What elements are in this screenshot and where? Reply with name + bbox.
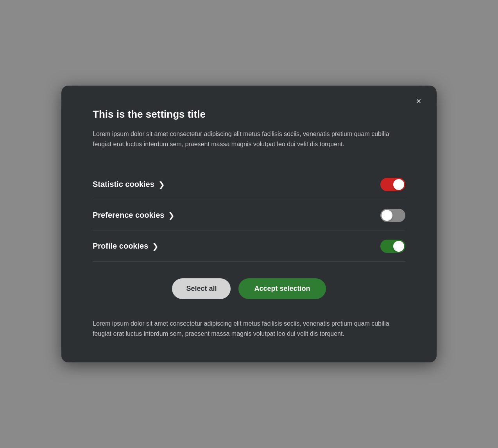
- modal-dialog: × This is the settings title Lorem ipsum…: [61, 86, 437, 363]
- footer-description: Lorem ipsum dolor sit amet consectetur a…: [93, 319, 405, 339]
- profile-cookies-toggle[interactable]: [380, 240, 405, 253]
- statistic-toggle-thumb: [393, 179, 404, 190]
- cookie-row-preference: Preference cookies ❯: [93, 200, 405, 231]
- modal-overlay: × This is the settings title Lorem ipsum…: [0, 0, 498, 448]
- accept-selection-button[interactable]: Accept selection: [238, 278, 326, 299]
- preference-chevron-icon: ❯: [168, 211, 175, 220]
- profile-cookies-text: Profile cookies: [93, 242, 148, 251]
- cookie-row-profile: Profile cookies ❯: [93, 231, 405, 262]
- profile-cookies-label[interactable]: Profile cookies ❯: [93, 242, 159, 251]
- modal-title: This is the settings title: [93, 108, 405, 120]
- statistic-cookies-toggle[interactable]: [380, 178, 405, 191]
- buttons-row: Select all Accept selection: [93, 278, 405, 299]
- preference-cookies-label[interactable]: Preference cookies ❯: [93, 211, 175, 220]
- profile-toggle-thumb: [393, 241, 404, 252]
- preference-toggle-thumb: [382, 210, 392, 221]
- cookie-row-statistic: Statistic cookies ❯: [93, 169, 405, 200]
- statistic-chevron-icon: ❯: [158, 180, 165, 189]
- modal-description: Lorem ipsum dolor sit amet consectetur a…: [93, 129, 405, 150]
- profile-chevron-icon: ❯: [152, 242, 159, 251]
- preference-cookies-text: Preference cookies: [93, 211, 164, 220]
- preference-cookies-toggle[interactable]: [380, 209, 405, 222]
- statistic-cookies-text: Statistic cookies: [93, 180, 154, 189]
- close-button[interactable]: ×: [412, 94, 426, 108]
- select-all-button[interactable]: Select all: [172, 278, 231, 299]
- statistic-cookies-label[interactable]: Statistic cookies ❯: [93, 180, 165, 189]
